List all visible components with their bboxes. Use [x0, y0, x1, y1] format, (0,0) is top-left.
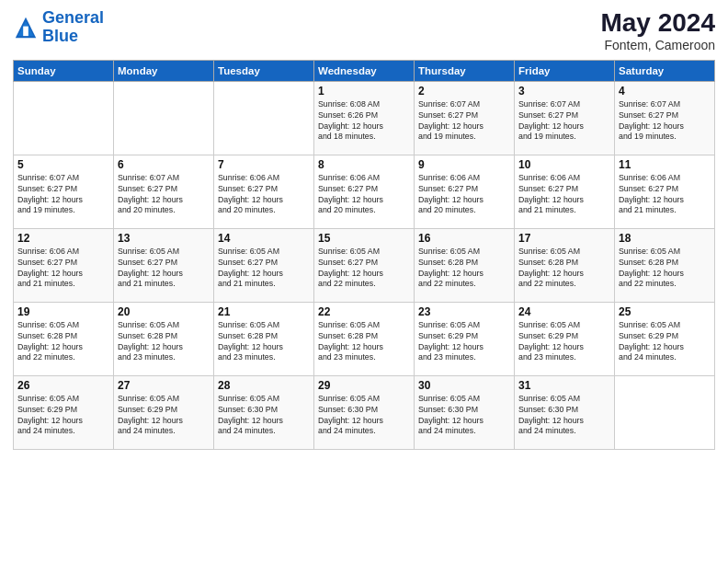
cell-text-line: Daylight: 12 hours: [418, 121, 510, 132]
weekday-header-thursday: Thursday: [415, 60, 515, 81]
cell-text-line: Daylight: 12 hours: [518, 195, 610, 206]
cell-text-line: Sunrise: 6:05 AM: [118, 247, 210, 258]
cell-text-line: and 24 minutes.: [619, 352, 711, 363]
day-number: 6: [118, 158, 210, 171]
cell-text-line: Sunrise: 6:06 AM: [318, 173, 410, 184]
cell-text-line: Daylight: 12 hours: [318, 416, 410, 427]
calendar-cell: 23Sunrise: 6:05 AMSunset: 6:29 PMDayligh…: [415, 302, 515, 375]
cell-text-line: Sunrise: 6:05 AM: [17, 394, 109, 405]
day-number: 15: [318, 232, 410, 245]
cell-text-line: Daylight: 12 hours: [118, 269, 210, 280]
weekday-header-friday: Friday: [515, 60, 615, 81]
cell-text-line: Sunset: 6:27 PM: [418, 110, 510, 121]
cell-text-line: and 20 minutes.: [118, 205, 210, 216]
cell-text-line: Sunrise: 6:07 AM: [518, 99, 610, 110]
cell-text-line: and 22 minutes.: [619, 279, 711, 290]
calendar-cell: 4Sunrise: 6:07 AMSunset: 6:27 PMDaylight…: [615, 81, 715, 155]
cell-text-line: Daylight: 12 hours: [218, 269, 310, 280]
day-number: 14: [218, 232, 310, 245]
cell-text-line: Daylight: 12 hours: [619, 121, 711, 132]
cell-text-line: Sunrise: 6:05 AM: [218, 247, 310, 258]
day-number: 20: [118, 305, 210, 318]
cell-text-line: and 21 minutes.: [518, 205, 610, 216]
cell-text-line: and 24 minutes.: [518, 426, 610, 437]
day-number: 27: [118, 379, 210, 392]
calendar-cell: 31Sunrise: 6:05 AMSunset: 6:30 PMDayligh…: [515, 375, 615, 449]
calendar-cell: 19Sunrise: 6:05 AMSunset: 6:28 PMDayligh…: [14, 302, 114, 375]
calendar-cell: 11Sunrise: 6:06 AMSunset: 6:27 PMDayligh…: [615, 155, 715, 228]
cell-text-line: Sunset: 6:27 PM: [518, 110, 610, 121]
calendar-cell: 1Sunrise: 6:08 AMSunset: 6:26 PMDaylight…: [314, 81, 415, 155]
cell-text-line: Sunset: 6:30 PM: [418, 405, 510, 416]
cell-text-line: and 24 minutes.: [218, 426, 310, 437]
cell-text-line: Sunrise: 6:05 AM: [518, 394, 610, 405]
cell-text-line: and 19 minutes.: [619, 132, 711, 143]
cell-text-line: Daylight: 12 hours: [118, 342, 210, 353]
week-row-3: 19Sunrise: 6:05 AMSunset: 6:28 PMDayligh…: [14, 302, 715, 375]
cell-text-line: and 22 minutes.: [518, 279, 610, 290]
day-number: 23: [418, 305, 510, 318]
cell-text-line: Daylight: 12 hours: [17, 416, 109, 427]
cell-text-line: Sunset: 6:28 PM: [118, 331, 210, 342]
calendar-cell: 3Sunrise: 6:07 AMSunset: 6:27 PMDaylight…: [515, 81, 615, 155]
day-number: 19: [17, 305, 109, 318]
weekday-header-monday: Monday: [114, 60, 214, 81]
calendar-cell: [214, 81, 314, 155]
cell-text-line: Sunset: 6:27 PM: [318, 184, 410, 195]
cell-text-line: Sunrise: 6:06 AM: [418, 173, 510, 184]
cell-text-line: and 21 minutes.: [118, 279, 210, 290]
cell-text-line: Sunrise: 6:05 AM: [118, 394, 210, 405]
day-number: 18: [619, 232, 711, 245]
cell-text-line: Daylight: 12 hours: [17, 342, 109, 353]
cell-text-line: Sunrise: 6:06 AM: [17, 247, 109, 258]
cell-text-line: and 24 minutes.: [118, 426, 210, 437]
cell-text-line: and 18 minutes.: [318, 132, 410, 143]
day-number: 7: [218, 158, 310, 171]
calendar-cell: 26Sunrise: 6:05 AMSunset: 6:29 PMDayligh…: [14, 375, 114, 449]
cell-text-line: Sunset: 6:28 PM: [518, 258, 610, 269]
cell-text-line: Daylight: 12 hours: [318, 269, 410, 280]
cell-text-line: Sunset: 6:29 PM: [619, 331, 711, 342]
cell-text-line: and 20 minutes.: [318, 205, 410, 216]
cell-text-line: Sunset: 6:27 PM: [619, 110, 711, 121]
cell-text-line: and 24 minutes.: [418, 426, 510, 437]
cell-text-line: and 23 minutes.: [418, 352, 510, 363]
svg-rect-2: [23, 26, 28, 35]
calendar-cell: 5Sunrise: 6:07 AMSunset: 6:27 PMDaylight…: [14, 155, 114, 228]
calendar-cell: 24Sunrise: 6:05 AMSunset: 6:29 PMDayligh…: [515, 302, 615, 375]
cell-text-line: Sunset: 6:28 PM: [418, 258, 510, 269]
cell-text-line: and 22 minutes.: [418, 279, 510, 290]
calendar-cell: 14Sunrise: 6:05 AMSunset: 6:27 PMDayligh…: [214, 228, 314, 302]
cell-text-line: and 21 minutes.: [619, 205, 711, 216]
day-number: 17: [518, 232, 610, 245]
cell-text-line: Sunrise: 6:07 AM: [118, 173, 210, 184]
cell-text-line: Sunrise: 6:07 AM: [17, 173, 109, 184]
weekday-header-wednesday: Wednesday: [314, 60, 415, 81]
title-block: May 2024 Fontem, Cameroon: [600, 9, 715, 52]
cell-text-line: Sunset: 6:27 PM: [118, 184, 210, 195]
cell-text-line: and 23 minutes.: [518, 352, 610, 363]
cell-text-line: Sunrise: 6:05 AM: [17, 320, 109, 331]
cell-text-line: and 20 minutes.: [218, 205, 310, 216]
cell-text-line: and 22 minutes.: [17, 352, 109, 363]
cell-text-line: Sunset: 6:29 PM: [418, 331, 510, 342]
day-number: 30: [418, 379, 510, 392]
calendar-cell: 6Sunrise: 6:07 AMSunset: 6:27 PMDaylight…: [114, 155, 214, 228]
cell-text-line: Sunrise: 6:05 AM: [418, 247, 510, 258]
logo-line2: Blue: [42, 27, 78, 45]
day-number: 5: [17, 158, 109, 171]
cell-text-line: Daylight: 12 hours: [619, 195, 711, 206]
cell-text-line: Sunset: 6:28 PM: [619, 258, 711, 269]
day-number: 28: [218, 379, 310, 392]
weekday-header-tuesday: Tuesday: [214, 60, 314, 81]
day-number: 25: [619, 305, 711, 318]
logo-line1: General: [42, 8, 104, 27]
cell-text-line: Sunrise: 6:05 AM: [218, 320, 310, 331]
week-row-1: 5Sunrise: 6:07 AMSunset: 6:27 PMDaylight…: [14, 155, 715, 228]
calendar-cell: [14, 81, 114, 155]
cell-text-line: Sunset: 6:27 PM: [218, 258, 310, 269]
cell-text-line: Daylight: 12 hours: [218, 416, 310, 427]
cell-text-line: Daylight: 12 hours: [518, 269, 610, 280]
cell-text-line: and 20 minutes.: [418, 205, 510, 216]
day-number: 13: [118, 232, 210, 245]
